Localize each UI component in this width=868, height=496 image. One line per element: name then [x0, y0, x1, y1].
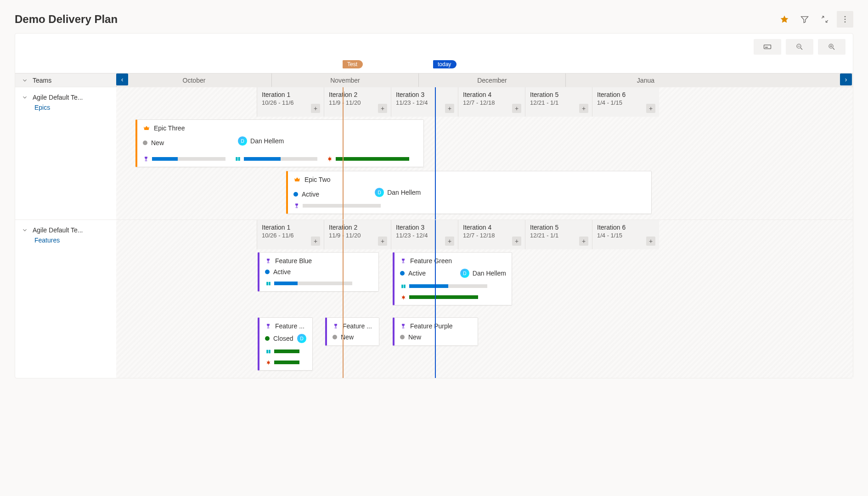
card-title: Feature ...: [275, 322, 304, 330]
collapse-button[interactable]: [817, 11, 833, 28]
iteration-column[interactable]: Iteration 61/4 - 1/15+: [592, 220, 659, 249]
iteration-column[interactable]: Iteration 311/23 - 12/4+: [391, 220, 458, 249]
iteration-column[interactable]: Iteration 61/4 - 1/15+: [592, 87, 659, 117]
card-view-button[interactable]: [754, 39, 781, 55]
iteration-column[interactable]: Iteration 412/7 - 12/18+: [458, 87, 525, 117]
zoom-out-button[interactable]: [786, 39, 813, 55]
backlog-link-epics[interactable]: Epics: [34, 104, 110, 111]
month-january: Janua: [565, 73, 659, 87]
zoom-out-icon: [795, 43, 804, 51]
card-status: Active: [273, 268, 291, 276]
month-december: December: [418, 73, 565, 87]
marker-test[interactable]: Test: [343, 60, 363, 68]
status-dot: [400, 335, 405, 339]
card-icon: [763, 42, 772, 51]
add-item-button[interactable]: +: [512, 237, 521, 246]
iteration-name: Iteration 2: [329, 224, 386, 231]
team-name: Agile Default Te...: [33, 94, 83, 101]
card-epic-two[interactable]: Epic Two Active DDan Hellem: [286, 171, 652, 214]
trophy-icon: [143, 156, 149, 162]
book-icon: [400, 283, 406, 289]
iteration-column[interactable]: Iteration 512/21 - 1/1+: [525, 87, 592, 117]
teams-header[interactable]: Teams: [15, 73, 116, 87]
card-title: Feature ...: [343, 322, 372, 330]
add-item-button[interactable]: +: [646, 104, 655, 113]
iteration-name: Iteration 1: [262, 91, 319, 98]
feature-icon: [265, 323, 271, 329]
iteration-name: Iteration 4: [463, 224, 520, 231]
iteration-name: Iteration 3: [396, 224, 453, 231]
add-item-button[interactable]: +: [445, 237, 454, 246]
card-status: Active: [408, 270, 426, 277]
chevron-down-icon: [22, 94, 28, 101]
card-assignee[interactable]: DDan Hellem: [460, 268, 506, 278]
card-feature-closed[interactable]: Feature ... Closed D: [258, 317, 313, 371]
month-november: November: [271, 73, 418, 87]
card-epic-three[interactable]: Epic Three New DDan Hellem: [135, 119, 424, 167]
add-item-button[interactable]: +: [579, 104, 588, 113]
card-title: Epic Three: [154, 124, 185, 132]
iteration-column[interactable]: Iteration 412/7 - 12/18+: [458, 220, 525, 249]
add-item-button[interactable]: +: [512, 104, 521, 113]
team-name: Agile Default Te...: [33, 226, 83, 234]
assignee-name: Dan Hellem: [250, 137, 284, 145]
card-title: Epic Two: [304, 176, 331, 183]
zoom-in-button[interactable]: [818, 39, 845, 55]
team-row-features[interactable]: Agile Default Te...: [22, 226, 110, 234]
avatar: D: [460, 268, 470, 278]
card-assignee[interactable]: DDan Hellem: [237, 136, 284, 146]
card-title: Feature Blue: [275, 257, 312, 265]
scroll-right-button[interactable]: ›: [840, 73, 852, 85]
add-item-button[interactable]: +: [646, 237, 655, 246]
assignee-name: Dan Hellem: [473, 270, 506, 277]
card-feature-green[interactable]: Feature Green Active DDan Hellem: [393, 252, 512, 305]
card-status: New: [151, 139, 164, 147]
month-october: October: [116, 73, 271, 87]
status-dot: [333, 335, 337, 339]
more-button[interactable]: [837, 11, 853, 28]
add-item-button[interactable]: +: [579, 237, 588, 246]
status-dot: [400, 271, 405, 276]
filter-button[interactable]: [796, 11, 813, 28]
card-title: Feature Purple: [410, 322, 453, 330]
iteration-column[interactable]: Iteration 211/9 - 11/20+: [324, 220, 391, 249]
add-item-button[interactable]: +: [378, 237, 387, 246]
add-item-button[interactable]: +: [445, 104, 454, 113]
book-icon: [235, 156, 241, 162]
add-item-button[interactable]: +: [378, 104, 387, 113]
page-title: Demo Delivery Plan: [15, 13, 118, 26]
iteration-column[interactable]: Iteration 110/26 - 11/6+: [257, 87, 324, 117]
avatar: D: [237, 136, 248, 146]
zoom-in-icon: [828, 43, 836, 51]
card-status: Active: [302, 191, 319, 198]
star-icon: [780, 15, 789, 24]
iteration-column[interactable]: Iteration 110/26 - 11/6+: [257, 220, 324, 249]
iteration-column[interactable]: Iteration 311/23 - 12/4+: [391, 87, 458, 117]
add-item-button[interactable]: +: [311, 104, 320, 113]
team-row-epics[interactable]: Agile Default Te...: [22, 94, 110, 101]
card-feature-blue[interactable]: Feature Blue Active: [258, 252, 379, 292]
scroll-left-button[interactable]: ‹: [116, 73, 128, 85]
iteration-name: Iteration 5: [530, 91, 587, 98]
card-feature-new[interactable]: Feature ... New: [325, 317, 379, 346]
favorite-button[interactable]: [776, 11, 793, 28]
status-dot: [143, 141, 147, 145]
avatar[interactable]: D: [297, 333, 307, 344]
iteration-column[interactable]: Iteration 211/9 - 11/20+: [324, 87, 391, 117]
backlog-link-features[interactable]: Features: [34, 237, 110, 244]
avatar: D: [374, 187, 384, 197]
epic-icon: [143, 124, 150, 132]
filter-icon: [800, 15, 809, 24]
more-icon: [840, 15, 850, 24]
iteration-name: Iteration 2: [329, 91, 386, 98]
teams-label: Teams: [33, 77, 51, 84]
iteration-name: Iteration 3: [396, 91, 453, 98]
status-dot: [293, 192, 298, 197]
card-status: Closed: [273, 335, 293, 342]
book-icon: [265, 348, 271, 355]
card-assignee[interactable]: DDan Hellem: [374, 187, 421, 197]
add-item-button[interactable]: +: [311, 237, 320, 246]
bug-icon: [327, 156, 333, 162]
feature-icon: [400, 258, 406, 264]
iteration-column[interactable]: Iteration 512/21 - 1/1+: [525, 220, 592, 249]
